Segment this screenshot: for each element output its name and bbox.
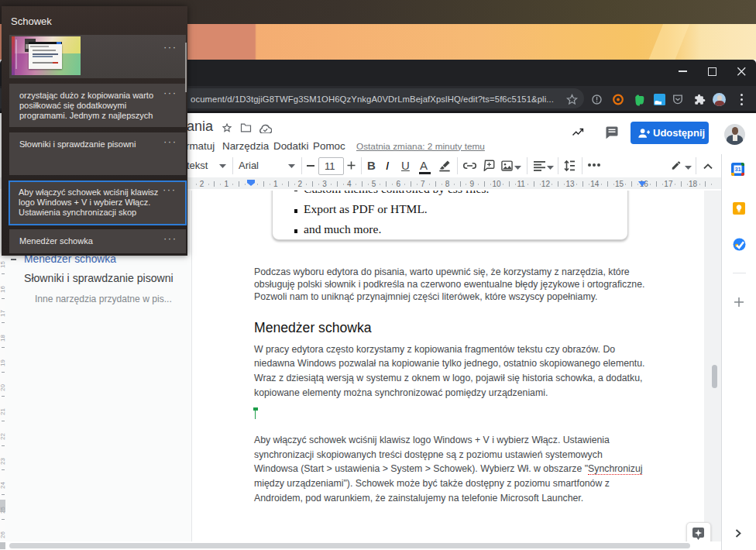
- svg-text:31: 31: [734, 166, 741, 173]
